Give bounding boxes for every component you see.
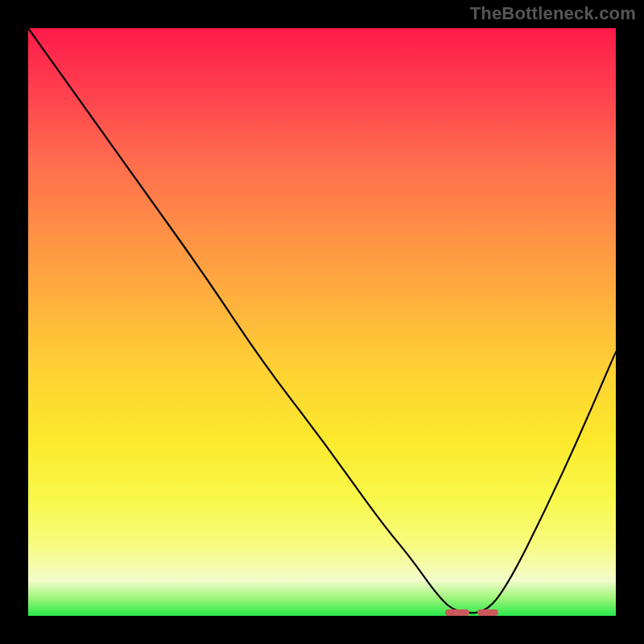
- plot-area: [28, 28, 616, 616]
- valley-marker-right: [477, 609, 498, 616]
- valley-marker-left: [445, 609, 469, 616]
- curve-line: [28, 28, 616, 613]
- brand-watermark: TheBottleneck.com: [470, 3, 636, 24]
- bottleneck-curve: [28, 28, 616, 616]
- chart-container: TheBottleneck.com: [0, 0, 644, 644]
